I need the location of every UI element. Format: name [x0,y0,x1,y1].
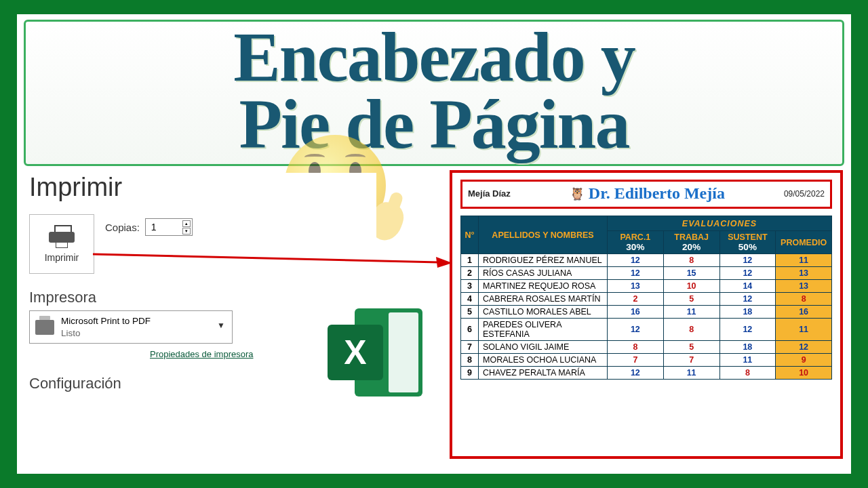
cell-sust: 12 [719,254,776,267]
configuration-section-heading: Configuración [29,375,376,392]
cell-trab: 5 [663,341,719,354]
printer-section-heading: Impresora [29,289,376,306]
table-row: 3MARTINEZ REQUEJO ROSA13101413 [461,280,832,293]
cell-trab: 7 [663,354,719,367]
cell-parc: 16 [608,306,664,319]
printer-device-icon [35,320,54,335]
copies-increment-button[interactable]: ▴ [182,220,191,227]
header-left-text: Mejía Díaz [468,188,511,199]
cell-prom: 9 [776,354,832,367]
cell-parc: 12 [608,267,664,280]
printer-dropdown[interactable]: Microsoft Print to PDF Listo ▼ [29,310,233,344]
cell-n: 2 [461,267,479,280]
col-trab-header: TRABAJ20% [663,231,719,254]
cell-name: SOLANO VIGIL JAIME [479,341,608,354]
excel-app-icon: X [328,302,429,403]
cell-trab: 5 [663,293,719,306]
content-area: Imprimir Imprimir Copias: 1 ▴ ▾ [17,166,851,464]
cell-sust: 12 [719,267,776,280]
grades-table: N° APELLIDOS Y NOMBRES EVALUACIONES PARC… [460,216,832,380]
table-row: 1RODRIGUEZ PÉREZ MANUEL1281211 [461,254,832,267]
cell-trab: 11 [663,306,719,319]
cell-n: 1 [461,254,479,267]
cell-name: RODRIGUEZ PÉREZ MANUEL [479,254,608,267]
cell-name: MORALES OCHOA LUCIANA [479,354,608,367]
cell-prom: 11 [776,254,832,267]
cell-parc: 8 [608,341,664,354]
cell-parc: 12 [608,254,664,267]
printer-icon [49,225,75,248]
cell-name: PAREDES OLIVERA ESTEFANIA [479,319,608,341]
table-row: 6PAREDES OLIVERA ESTEFANIA1281211 [461,319,832,341]
cell-parc: 7 [608,354,664,367]
cell-n: 4 [461,293,479,306]
title-line-1: Encabezado y [233,24,634,91]
table-row: 9CHAVEZ PERALTA MARÍA1211810 [461,367,832,380]
cell-n: 8 [461,354,479,367]
cell-prom: 12 [776,341,832,354]
cell-parc: 2 [608,293,664,306]
cell-n: 9 [461,367,479,380]
print-backstage-panel: Imprimir Imprimir Copias: 1 ▴ ▾ [24,173,376,464]
table-row: 2RÍOS CASAS JULIANA12151213 [461,267,832,280]
table-row: 4CABRERA ROSALES MARTÍN25128 [461,293,832,306]
cell-sust: 18 [719,341,776,354]
col-evaluations-header: EVALUACIONES [608,216,832,231]
cell-sust: 8 [719,367,776,380]
header-date-text: 09/05/2022 [784,189,825,199]
col-parc-header: PARC.130% [608,231,664,254]
cell-trab: 8 [663,319,719,341]
app-frame: Encabezado y Pie de Página Imprimir Impr… [15,12,853,476]
owl-icon: 🦉 [570,186,585,201]
cell-n: 3 [461,280,479,293]
cell-prom: 8 [776,293,832,306]
cell-trab: 10 [663,280,719,293]
table-row: 8MORALES OCHOA LUCIANA77119 [461,354,832,367]
chevron-down-icon: ▼ [217,321,225,330]
col-sust-header: SUSTENT50% [719,231,776,254]
print-heading: Imprimir [29,173,376,202]
cell-parc: 13 [608,280,664,293]
cell-prom: 16 [776,306,832,319]
col-names-header: APELLIDOS Y NOMBRES [479,216,608,254]
table-row: 5CASTILLO MORALES ABEL16111816 [461,306,832,319]
cell-parc: 12 [608,319,664,341]
cell-prom: 11 [776,319,832,341]
cell-parc: 12 [608,367,664,380]
col-prom-header: PROMEDIO [776,231,832,254]
print-preview-panel: Mejía Díaz 🦉 Dr. Edilberto Mejía 09/05/2… [450,170,843,459]
printer-properties-link[interactable]: Propiedades de impresora [150,349,253,359]
copies-decrement-button[interactable]: ▾ [182,228,191,235]
cell-trab: 15 [663,267,719,280]
cell-prom: 13 [776,280,832,293]
copies-value: 1 [151,222,157,232]
title-banner: Encabezado y Pie de Página [24,20,844,166]
cell-sust: 12 [719,319,776,341]
cell-n: 5 [461,306,479,319]
cell-prom: 10 [776,367,832,380]
print-button[interactable]: Imprimir [29,214,94,274]
cell-trab: 8 [663,254,719,267]
cell-prom: 13 [776,267,832,280]
header-center-text: Dr. Edilberto Mejía [589,184,725,203]
cell-sust: 14 [719,280,776,293]
copies-label: Copias: [105,222,140,233]
cell-sust: 11 [719,354,776,367]
cell-name: RÍOS CASAS JULIANA [479,267,608,280]
cell-sust: 18 [719,306,776,319]
printer-status: Listo [61,327,151,340]
copies-input[interactable]: 1 ▴ ▾ [145,218,193,236]
cell-name: MARTINEZ REQUEJO ROSA [479,280,608,293]
printer-name: Microsoft Print to PDF [61,315,151,327]
table-row: 7SOLANO VIGIL JAIME851812 [461,341,832,354]
cell-n: 7 [461,341,479,354]
cell-name: CASTILLO MORALES ABEL [479,306,608,319]
page-header-region: Mejía Díaz 🦉 Dr. Edilberto Mejía 09/05/2… [460,180,832,209]
cell-trab: 11 [663,367,719,380]
cell-sust: 12 [719,293,776,306]
cell-name: CHAVEZ PERALTA MARÍA [479,367,608,380]
col-number-header: N° [461,216,479,254]
print-button-label: Imprimir [45,252,79,263]
cell-name: CABRERA ROSALES MARTÍN [479,293,608,306]
cell-n: 6 [461,319,479,341]
